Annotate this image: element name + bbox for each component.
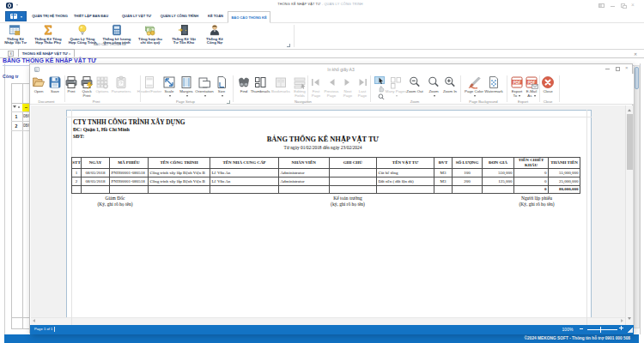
svg-text:PDF: PDF — [527, 81, 535, 85]
svg-text:PDF: PDF — [513, 81, 520, 85]
